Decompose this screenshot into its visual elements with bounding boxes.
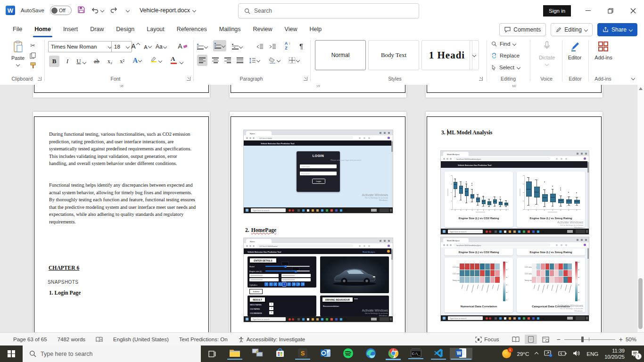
vertical-scrollbar[interactable]: [637, 85, 644, 332]
browser-nav-button[interactable]: [249, 245, 251, 247]
browser-toolbar-icon[interactable]: [368, 137, 370, 139]
browser-window-control[interactable]: [388, 132, 390, 134]
browser-window-control[interactable]: [380, 240, 381, 242]
browser-url-bar[interactable]: 127.0.0.1:5000/home/: [256, 244, 353, 247]
scroll-up-arrow[interactable]: [639, 87, 643, 90]
taskbar-app-microsoft-store[interactable]: [269, 348, 291, 360]
cylinder-option-button[interactable]: 10: [292, 282, 296, 286]
browser-toolbar-icon[interactable]: [556, 158, 558, 160]
clock[interactable]: 11:39 10/20/25: [604, 348, 625, 360]
browser-nav-button[interactable]: [246, 245, 248, 247]
detail-input-field[interactable]: [281, 274, 311, 277]
browser-profile-icon[interactable]: [584, 157, 586, 160]
page-65[interactable]: 3. ML Model Analysis Model Analysislocal…: [426, 112, 603, 332]
page-63[interactable]: During functional testing, various funct…: [33, 112, 210, 332]
save-icon[interactable]: [77, 6, 85, 15]
addins-button[interactable]: Add-ins: [591, 41, 616, 60]
browser-toolbar-icon[interactable]: [359, 245, 361, 247]
font-dialog-launcher[interactable]: [187, 77, 190, 81]
zoom-in-button[interactable]: +: [619, 336, 623, 343]
temperature-label[interactable]: 29°C: [517, 351, 529, 357]
browser-window-control[interactable]: [577, 153, 578, 155]
text-effects-button[interactable]: A: [132, 55, 142, 66]
styles-gallery-more-button[interactable]: [470, 40, 479, 70]
search-box[interactable]: Search: [238, 3, 419, 18]
tab-review[interactable]: Review: [247, 21, 279, 37]
browser-nav-button[interactable]: [249, 137, 251, 139]
bold-button[interactable]: B: [49, 56, 59, 67]
autosave-toggle[interactable]: Off: [50, 6, 72, 15]
quick-access-toolbar-chevron[interactable]: [126, 8, 130, 12]
zoom-out-button[interactable]: −: [557, 336, 561, 343]
shrink-font-button[interactable]: A: [142, 41, 153, 53]
justify-button[interactable]: [235, 55, 245, 66]
change-case-button[interactable]: Aa: [156, 41, 166, 52]
cylinder-option-button[interactable]: 2: [264, 282, 268, 286]
browser-tab[interactable]: Home: [246, 131, 272, 135]
style-card-1-headi[interactable]: 1 Headi: [421, 40, 472, 70]
browser-nav-button[interactable]: [443, 158, 445, 160]
zoom-slider[interactable]: [564, 336, 615, 343]
browser-nav-button[interactable]: [253, 137, 255, 139]
tab-draw[interactable]: Draw: [84, 21, 110, 37]
browser-nav-button[interactable]: [443, 244, 445, 246]
browser-toolbar-icon[interactable]: [556, 244, 558, 246]
web-layout-button[interactable]: [540, 335, 552, 344]
multilevel-list-button[interactable]: [232, 41, 242, 52]
clear-formatting-button[interactable]: A: [177, 41, 188, 52]
taskbar-search[interactable]: Type here to search: [23, 346, 201, 362]
taskbar-app-word[interactable]: W: [450, 348, 472, 360]
restore-button[interactable]: [600, 0, 621, 21]
login-page-heading[interactable]: 1. Login Page: [49, 290, 81, 296]
password-input[interactable]: Password: [300, 172, 337, 175]
comments-button[interactable]: Comments: [499, 23, 546, 36]
browser-window-control[interactable]: [585, 239, 587, 241]
login-button[interactable]: Login: [312, 179, 325, 184]
browser-toolbar-icon[interactable]: [565, 158, 567, 160]
browser-nav-button[interactable]: [450, 244, 452, 246]
collapse-ribbon-chevron[interactable]: [631, 76, 635, 80]
tab-layout[interactable]: Layout: [140, 21, 171, 37]
weather-icon[interactable]: 1: [502, 349, 511, 358]
italic-button[interactable]: I: [62, 56, 73, 67]
browser-window-control[interactable]: [388, 240, 390, 242]
dictate-button[interactable]: Dictate: [535, 41, 559, 67]
browser-profile-icon[interactable]: [388, 137, 390, 139]
decrease-indent-button[interactable]: [255, 41, 265, 52]
browser-url-bar[interactable]: 127.0.0.1:5000: [256, 136, 353, 140]
strikethrough-button[interactable]: ab: [91, 56, 102, 67]
taskbar-app-edge[interactable]: [359, 348, 382, 360]
browser-toolbar-icon[interactable]: [363, 245, 365, 247]
tab-design[interactable]: Design: [110, 21, 140, 37]
ml-analysis-heading[interactable]: 3. ML Model Analysis: [441, 130, 492, 136]
task-view-button[interactable]: [201, 346, 223, 362]
tab-help[interactable]: Help: [303, 21, 328, 37]
browser-toolbar-icon[interactable]: [561, 244, 562, 246]
numbering-button[interactable]: [213, 40, 226, 51]
close-button[interactable]: [622, 0, 644, 21]
show-paragraph-marks-button[interactable]: ¶: [296, 40, 306, 51]
print-layout-button[interactable]: [525, 335, 537, 344]
subscript-button[interactable]: x₂: [105, 56, 115, 67]
tab-references[interactable]: References: [171, 21, 213, 37]
browser-window-control[interactable]: [384, 132, 386, 134]
document-title[interactable]: Vehicle-report.docx: [140, 7, 196, 14]
language-indicator[interactable]: ENG: [586, 351, 598, 357]
tab-insert[interactable]: Insert: [57, 21, 84, 37]
browser-toolbar-icon[interactable]: [363, 137, 365, 139]
tab-home[interactable]: Home: [28, 21, 57, 37]
browser-nav-button[interactable]: [246, 137, 248, 139]
paragraph-dialog-launcher[interactable]: [304, 77, 307, 81]
taskbar-app-spotify[interactable]: [337, 348, 359, 360]
redo-button[interactable]: [109, 6, 118, 15]
browser-toolbar-icon[interactable]: [368, 245, 370, 247]
taskbar-app-chrome[interactable]: [382, 348, 405, 360]
minimize-button[interactable]: [577, 0, 599, 21]
focus-button[interactable]: Focus: [475, 337, 499, 343]
browser-url-bar[interactable]: localhost:5000/modelanalysis: [454, 243, 550, 247]
zoom-slider-thumb[interactable]: [581, 337, 584, 342]
browser-window-control[interactable]: [585, 153, 587, 155]
taskbar-app-file-explorer[interactable]: [223, 348, 246, 360]
word-count[interactable]: 7482 words: [58, 337, 85, 342]
browser-window-control[interactable]: [384, 240, 386, 242]
